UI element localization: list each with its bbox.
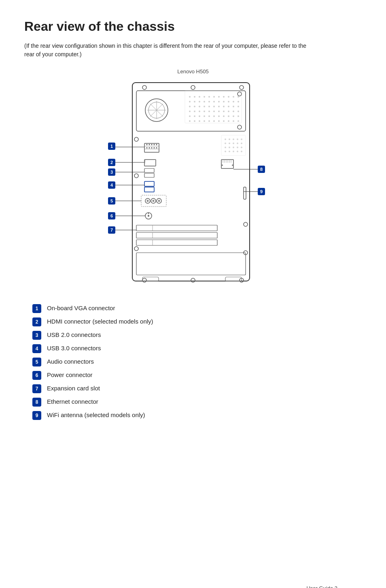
svg-point-89 bbox=[146, 144, 148, 145]
svg-text:2: 2 bbox=[110, 160, 113, 165]
legend-badge-6: 6 bbox=[32, 371, 41, 380]
legend-badge-3: 3 bbox=[32, 331, 41, 340]
page-wrap: Rear view of the chassis (If the rear vi… bbox=[24, 19, 362, 588]
svg-point-157 bbox=[241, 138, 242, 140]
svg-point-154 bbox=[229, 138, 230, 140]
svg-point-49 bbox=[238, 106, 239, 107]
svg-point-91 bbox=[151, 144, 153, 145]
legend-badge-5: 5 bbox=[32, 358, 41, 366]
legend-item-7: 7Expansion card slot bbox=[32, 384, 362, 393]
svg-point-92 bbox=[154, 144, 155, 145]
legend-item-1: 1On-board VGA connector bbox=[32, 304, 362, 313]
svg-point-28 bbox=[189, 101, 191, 102]
legend-label-5: Audio connectors bbox=[47, 357, 94, 366]
svg-point-40 bbox=[194, 106, 195, 107]
svg-point-159 bbox=[229, 143, 230, 144]
svg-point-48 bbox=[233, 106, 234, 107]
svg-point-170 bbox=[233, 151, 234, 152]
svg-point-71 bbox=[238, 115, 239, 117]
svg-point-65 bbox=[208, 115, 210, 117]
svg-point-81 bbox=[233, 120, 234, 122]
svg-point-47 bbox=[228, 106, 229, 107]
legend-label-1: On-board VGA connector bbox=[47, 304, 115, 312]
svg-point-64 bbox=[204, 115, 205, 117]
svg-text:3: 3 bbox=[110, 170, 113, 175]
svg-rect-114 bbox=[144, 187, 154, 192]
svg-point-20 bbox=[204, 96, 205, 98]
svg-point-37 bbox=[233, 101, 234, 102]
svg-point-38 bbox=[238, 101, 239, 102]
svg-point-17 bbox=[189, 96, 191, 98]
legend-badge-4: 4 bbox=[32, 344, 41, 353]
svg-point-34 bbox=[218, 101, 220, 102]
svg-point-19 bbox=[199, 96, 200, 98]
svg-point-171 bbox=[237, 151, 238, 152]
legend-item-8: 8Ethernet connector bbox=[32, 397, 362, 407]
legend-badge-7: 7 bbox=[32, 384, 41, 393]
svg-point-32 bbox=[208, 101, 210, 102]
svg-point-180 bbox=[134, 174, 138, 178]
svg-point-1 bbox=[142, 85, 146, 89]
chassis-svg: vent dots bbox=[96, 79, 290, 289]
svg-point-163 bbox=[225, 147, 226, 148]
svg-point-181 bbox=[134, 247, 138, 251]
legend-label-2: HDMI connector (selected models only) bbox=[47, 317, 153, 326]
svg-point-90 bbox=[149, 144, 150, 145]
svg-point-55 bbox=[213, 111, 215, 112]
svg-text:5: 5 bbox=[110, 198, 113, 203]
svg-point-93 bbox=[156, 144, 157, 145]
svg-point-46 bbox=[223, 106, 225, 107]
svg-point-67 bbox=[218, 115, 220, 117]
svg-point-66 bbox=[213, 115, 215, 117]
svg-point-5 bbox=[191, 278, 195, 282]
svg-point-56 bbox=[218, 111, 220, 112]
svg-point-41 bbox=[199, 106, 200, 107]
intro-text: (If the rear view configuration shown in… bbox=[24, 42, 316, 59]
svg-point-43 bbox=[208, 106, 210, 107]
svg-point-62 bbox=[194, 115, 195, 117]
svg-text:9: 9 bbox=[260, 189, 263, 194]
svg-rect-136 bbox=[136, 240, 217, 245]
svg-point-172 bbox=[241, 151, 242, 152]
svg-point-70 bbox=[233, 115, 234, 117]
svg-point-61 bbox=[189, 115, 191, 117]
svg-point-26 bbox=[233, 96, 234, 98]
svg-point-160 bbox=[233, 143, 234, 144]
svg-rect-135 bbox=[136, 232, 217, 238]
svg-point-153 bbox=[225, 138, 226, 140]
svg-point-36 bbox=[228, 101, 229, 102]
legend-item-2: 2HDMI connector (selected models only) bbox=[32, 317, 362, 326]
svg-point-167 bbox=[241, 147, 242, 148]
legend-label-8: Ethernet connector bbox=[47, 397, 98, 406]
svg-point-75 bbox=[204, 120, 205, 122]
svg-point-44 bbox=[213, 106, 215, 107]
svg-rect-113 bbox=[144, 181, 154, 186]
svg-point-83 bbox=[134, 137, 138, 141]
svg-point-72 bbox=[189, 120, 191, 122]
svg-point-33 bbox=[213, 101, 215, 102]
svg-text:1: 1 bbox=[110, 144, 113, 149]
footer-text: User Guide 3 bbox=[306, 585, 337, 588]
svg-rect-134 bbox=[136, 225, 217, 231]
svg-point-94 bbox=[146, 147, 148, 149]
svg-point-58 bbox=[228, 111, 229, 112]
svg-point-29 bbox=[194, 101, 195, 102]
legend-badge-1: 1 bbox=[32, 304, 41, 313]
chassis-diagram: vent dots bbox=[96, 79, 290, 289]
legend-label-4: USB 3.0 connectors bbox=[47, 344, 101, 352]
legend-item-4: 4USB 3.0 connectors bbox=[32, 344, 362, 353]
svg-point-161 bbox=[237, 143, 238, 144]
svg-point-122 bbox=[153, 200, 155, 202]
svg-point-51 bbox=[194, 111, 195, 112]
svg-text:4: 4 bbox=[110, 183, 113, 187]
svg-point-166 bbox=[237, 147, 238, 148]
legend-badge-9: 9 bbox=[32, 411, 41, 420]
svg-point-39 bbox=[189, 106, 191, 107]
svg-point-169 bbox=[229, 151, 230, 152]
diagram-container: Lenovo H505 bbox=[24, 68, 362, 289]
svg-rect-108 bbox=[144, 168, 154, 173]
svg-point-151 bbox=[232, 164, 233, 166]
svg-point-129 bbox=[148, 215, 149, 217]
svg-point-2 bbox=[191, 85, 195, 89]
svg-rect-0 bbox=[132, 83, 250, 281]
